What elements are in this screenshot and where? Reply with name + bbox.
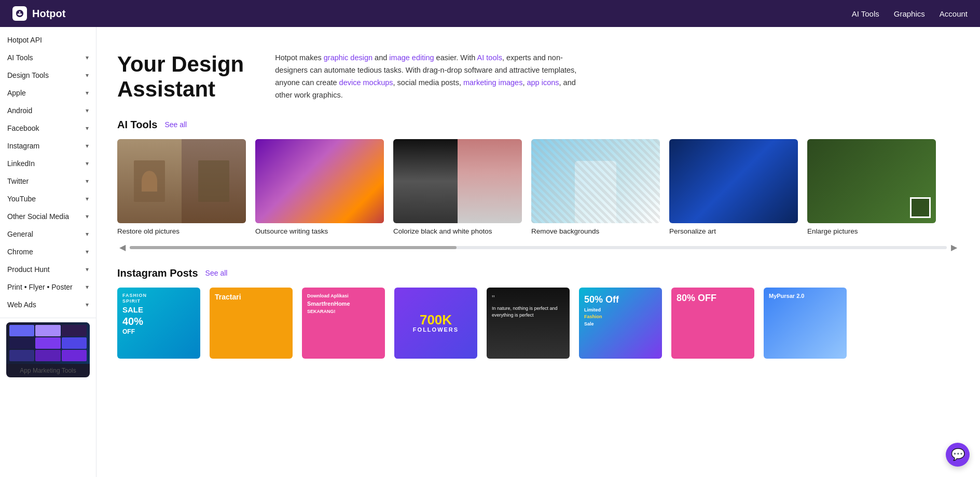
ai-card-personalize-image [669, 139, 798, 223]
sidebar-item-android[interactable]: Android ▾ [0, 102, 96, 119]
sidebar-item-other-social-media[interactable]: Other Social Media ▾ [0, 208, 96, 225]
sidebar-item-linkedin[interactable]: LinkedIn ▾ [0, 155, 96, 172]
ai-tools-row-wrapper: Restore old pictures Outsource writing t… [117, 139, 959, 253]
chat-icon: 💬 [951, 448, 965, 461]
chevron-down-icon: ▾ [86, 230, 89, 238]
ai-card-personalize-label: Personalize art [669, 227, 798, 235]
instagram-see-all[interactable]: See all [205, 269, 228, 277]
instagram-card-row: FASHION SPIRIT SALE 40% OFF Tractari Dow… [117, 288, 959, 364]
chevron-down-icon: ▾ [86, 266, 89, 273]
ai-card-remove-bg[interactable]: Remove backgrounds [531, 139, 660, 235]
nav-ai-tools[interactable]: AI Tools [852, 9, 879, 18]
instagram-section-header: Instagram Posts See all [117, 267, 959, 279]
logo[interactable]: Hotpot [12, 6, 65, 21]
ai-tools-section-header: AI Tools See all [117, 119, 959, 131]
ai-tools-title: AI Tools [117, 119, 157, 131]
header-nav: AI Tools Graphics Account [852, 9, 968, 18]
sidebar-item-web-ads[interactable]: Web Ads ▾ [0, 296, 96, 314]
ai-card-restore[interactable]: Restore old pictures [117, 139, 246, 235]
scroll-left-icon[interactable]: ◀ [117, 242, 128, 253]
instagram-posts-section: Instagram Posts See all FASHION SPIRIT S… [96, 267, 980, 378]
ai-card-colorize-label: Colorize black and white photos [393, 227, 522, 235]
ai-card-enlarge-label: Enlarge pictures [807, 227, 936, 235]
sidebar-item-instagram[interactable]: Instagram ▾ [0, 137, 96, 155]
promo-image [6, 322, 90, 364]
scroll-right-icon[interactable]: ▶ [949, 242, 959, 253]
sidebar-item-design-tools[interactable]: Design Tools ▾ [0, 66, 96, 84]
ai-card-remove-bg-image [531, 139, 660, 223]
ai-card-colorize[interactable]: Colorize black and white photos [393, 139, 522, 235]
logo-text: Hotpot [32, 8, 65, 20]
sidebar-item-youtube[interactable]: YouTube ▾ [0, 190, 96, 208]
chevron-down-icon: ▾ [86, 160, 89, 167]
hero-title: Your DesignAssistant [117, 52, 244, 102]
main-layout: Hotpot API AI Tools ▾ Design Tools ▾ App… [0, 27, 980, 477]
sidebar-item-product-hunt[interactable]: Product Hunt ▾ [0, 261, 96, 278]
chevron-down-icon: ▾ [86, 213, 89, 220]
insta-card-3[interactable]: Download Aplikasi SmartfrenHome SEKARANG… [302, 288, 385, 359]
sidebar-item-hotpot-api[interactable]: Hotpot API [0, 31, 96, 49]
chevron-down-icon: ▾ [86, 301, 89, 308]
insta-card-6[interactable]: 50% Off Limited Fashion Sale [579, 288, 662, 359]
chevron-down-icon: ▾ [86, 89, 89, 97]
ai-card-remove-bg-label: Remove backgrounds [531, 227, 660, 235]
ai-tools-section: AI Tools See all [96, 119, 980, 267]
hero-link-marketing-images[interactable]: marketing images [463, 78, 522, 87]
chevron-down-icon: ▾ [86, 125, 89, 132]
hero-link-image-editing[interactable]: image editing [389, 53, 434, 62]
logo-icon [12, 6, 27, 21]
sidebar-item-facebook[interactable]: Facebook ▾ [0, 119, 96, 137]
chevron-down-icon: ▾ [86, 107, 89, 114]
ai-tools-see-all[interactable]: See all [164, 120, 187, 129]
chevron-down-icon: ▾ [86, 248, 89, 255]
insta-card-2[interactable]: Tractari [210, 288, 293, 359]
hero-link-app-icons[interactable]: app icons [527, 78, 559, 87]
app-header: Hotpot AI Tools Graphics Account [0, 0, 980, 27]
chevron-down-icon: ▾ [86, 283, 89, 291]
sidebar-item-twitter[interactable]: Twitter ▾ [0, 172, 96, 190]
sidebar: Hotpot API AI Tools ▾ Design Tools ▾ App… [0, 27, 96, 477]
hero-link-graphic-design[interactable]: graphic design [324, 53, 372, 62]
instagram-title: Instagram Posts [117, 267, 198, 279]
nav-graphics[interactable]: Graphics [894, 9, 925, 18]
ai-card-enlarge[interactable]: Enlarge pictures [807, 139, 936, 235]
ai-card-personalize[interactable]: Personalize art [669, 139, 798, 235]
sidebar-item-general[interactable]: General ▾ [0, 225, 96, 243]
ai-card-restore-label: Restore old pictures [117, 227, 246, 235]
sidebar-promo[interactable]: App Marketing Tools [6, 322, 90, 377]
hero-link-ai-tools[interactable]: AI tools [477, 53, 502, 62]
sidebar-item-print-flyer-poster[interactable]: Print • Flyer • Poster ▾ [0, 278, 96, 296]
ai-card-colorize-image [393, 139, 522, 223]
insta-card-4[interactable]: 700K FOLLOWERS [394, 288, 477, 359]
hero-section: Your DesignAssistant Hotpot makes graphi… [96, 27, 980, 119]
chevron-down-icon: ▾ [86, 72, 89, 79]
ai-card-outsource[interactable]: Outsource writing tasks [255, 139, 384, 235]
main-content: Your DesignAssistant Hotpot makes graphi… [96, 27, 980, 477]
insta-card-1[interactable]: FASHION SPIRIT SALE 40% OFF [117, 288, 200, 359]
insta-card-7[interactable]: 80% OFF [671, 288, 754, 359]
chat-bubble-button[interactable]: 💬 [946, 443, 970, 467]
ai-card-outsource-label: Outsource writing tasks [255, 227, 384, 235]
ai-card-restore-image [117, 139, 246, 223]
ai-card-enlarge-image [807, 139, 936, 223]
insta-card-8[interactable]: MyPursar 2.0 [764, 288, 847, 359]
hero-link-device-mockups[interactable]: device mockups [339, 78, 393, 87]
chevron-down-icon: ▾ [86, 178, 89, 185]
ai-tools-card-row: Restore old pictures Outsource writing t… [117, 139, 959, 240]
promo-label: App Marketing Tools [6, 364, 90, 377]
insta-card-5[interactable]: " In nature, nothing is perfect and ever… [487, 288, 570, 359]
sidebar-item-chrome[interactable]: Chrome ▾ [0, 243, 96, 261]
chevron-down-icon: ▾ [86, 54, 89, 61]
hero-description: Hotpot makes graphic design and image ed… [275, 52, 586, 102]
sidebar-item-apple[interactable]: Apple ▾ [0, 84, 96, 102]
sidebar-item-ai-tools[interactable]: AI Tools ▾ [0, 49, 96, 66]
chevron-down-icon: ▾ [86, 195, 89, 202]
ai-card-outsource-image [255, 139, 384, 223]
nav-account[interactable]: Account [940, 9, 968, 18]
chevron-down-icon: ▾ [86, 142, 89, 149]
